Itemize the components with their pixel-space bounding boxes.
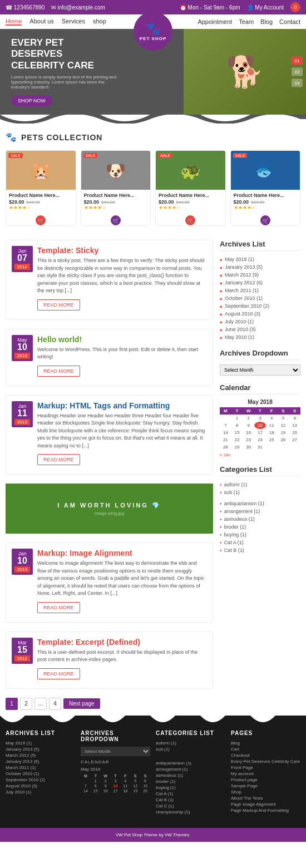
footer-archive-7[interactable]: September 2010 (2) (6, 777, 75, 782)
cal-cell: 2 (243, 415, 254, 422)
add-cart-button-2[interactable]: 🛒 (111, 215, 121, 225)
footer-cat-6[interactable]: broder (1) (156, 779, 225, 784)
footer-page-front[interactable]: Front Page (231, 765, 300, 770)
hero-title: EVERY PET DESERVES CELEBRITY CARE (11, 37, 117, 71)
archive-item-11[interactable]: May 2010 (1) (220, 333, 300, 341)
footer-archive-3[interactable]: March 2012 (5) (6, 753, 75, 758)
page-2-button[interactable]: 2 (20, 698, 32, 710)
product-card-3: SALE 🐢 Product Name Here... $20.00 $44.0… (155, 150, 226, 226)
nav-about[interactable]: About us (29, 18, 53, 26)
nav-team[interactable]: Team (239, 18, 254, 25)
footer-cat-7[interactable]: buying (1) (156, 785, 225, 790)
archive-item-5[interactable]: March 2011 (1) (220, 287, 300, 294)
green-banner: I AM WORTH LOVING 💎 image.wing.jpg (6, 484, 213, 534)
nav-shop[interactable]: shop (93, 18, 106, 26)
footer-page-sample[interactable]: Sample Page (231, 783, 300, 788)
add-cart-button-1[interactable]: 🛒 (36, 215, 46, 225)
page-1-button[interactable]: 1 (6, 698, 18, 710)
post-5-excerpt: This is a user-defined post excerpt. It … (37, 649, 207, 664)
footer-cat-11[interactable]: championship (1) (156, 810, 225, 815)
footer-archive-2[interactable]: January 2013 (5) (6, 747, 75, 752)
cat-item-6[interactable]: broder (1) (220, 523, 300, 531)
footer-page-markup[interactable]: Page Markup And Formatting (231, 808, 300, 813)
footer-page-cart[interactable]: Cart (231, 747, 300, 752)
archive-item-10[interactable]: June 2010 (3) (220, 326, 300, 333)
footer-archive-6[interactable]: October 2010 (1) (6, 771, 75, 776)
footer-archive-1[interactable]: May 2018 (1) (6, 741, 75, 746)
fcal-h-t2: T (111, 773, 121, 778)
footer-cat-4[interactable]: arrangement (1) (156, 767, 225, 772)
nav-home[interactable]: Home (6, 18, 22, 26)
archive-item-1[interactable]: May 2018 (1) (220, 255, 300, 263)
cat-item-3[interactable]: antiquarianism (1) (220, 500, 300, 507)
post-1-content: Template: Sticky This is a sticky post. … (37, 246, 207, 310)
cat-item-5[interactable]: asmodeus (1) (220, 515, 300, 523)
product-name-4: Product Name Here... (234, 193, 298, 198)
nav-contact[interactable]: Contact (279, 18, 300, 25)
footer-dropdown-select[interactable]: Select Month (81, 747, 150, 756)
footer-cat-2[interactable]: sub (1) (156, 747, 225, 752)
post-2-read-more[interactable]: READ MORE (37, 366, 80, 377)
shop-now-button[interactable]: SHOP NOW (11, 95, 52, 106)
footer-page-celebrity[interactable]: Every Pet Deserves Celebrity Care (231, 759, 300, 764)
sidebar-dropdown-title: Archives Dropdown (220, 349, 300, 360)
product-prices-1: $20.00 $44.00 (9, 199, 73, 205)
footer-cat-3[interactable]: antiquarianism (1) (156, 761, 225, 766)
add-cart-button-3[interactable]: 🛒 (185, 215, 195, 225)
slide-3[interactable]: 03 (292, 79, 303, 87)
footer-page-shop[interactable]: Shop (231, 790, 300, 795)
footer-cat-8[interactable]: Cat A (1) (156, 791, 225, 796)
slide-1[interactable]: 01 (292, 57, 303, 65)
footer-page-account[interactable]: My account (231, 771, 300, 776)
archive-item-6[interactable]: October 2010 (1) (220, 294, 300, 302)
archive-item-7[interactable]: September 2010 (2) (220, 302, 300, 310)
post-3-read-more[interactable]: READ MORE (37, 454, 80, 465)
footer-archive-9[interactable]: July 2010 (1) (6, 790, 75, 795)
fcal-cell (81, 778, 91, 783)
post-2-meta: May 10 2018 Hello world! Welcome to Word… (12, 335, 207, 377)
footer-page-tests[interactable]: About The Tests (231, 796, 300, 801)
footer-cat-9[interactable]: Cat B (1) (156, 797, 225, 802)
cat-item-4[interactable]: arrangement (1) (220, 507, 300, 515)
logo[interactable]: 🐾 PET SHOP (134, 12, 172, 51)
footer-archive-4[interactable]: January 2012 (6) (6, 759, 75, 764)
footer-page-image[interactable]: Page Image Alignment (231, 802, 300, 807)
cat-item-1[interactable]: aoform (1) (220, 481, 300, 489)
nav-services[interactable]: Services (62, 18, 85, 26)
slide-2[interactable]: 02 (292, 68, 303, 76)
fcal-cell: 17 (111, 788, 121, 793)
footer-cat-10[interactable]: Cat C (1) (156, 803, 225, 808)
footer-dropdown-cal-col: ARCHIVES DROPDOWN Select Month CALENDAR … (81, 730, 150, 816)
page-4-button[interactable]: 4 (49, 698, 61, 710)
nav-appointment[interactable]: Appointment (198, 18, 232, 25)
cat-item-9[interactable]: Cat B (1) (220, 546, 300, 554)
footer-archive-8[interactable]: August 2010 (3) (6, 783, 75, 788)
footer-cat-1[interactable]: aoform (1) (156, 741, 225, 746)
add-cart-button-4[interactable]: 🛒 (260, 215, 270, 225)
archive-item-3[interactable]: March 2012 (9) (220, 271, 300, 279)
archive-item-8[interactable]: August 2010 (3) (220, 310, 300, 318)
nav-blog[interactable]: Blog (260, 18, 273, 25)
cart-icon[interactable]: 0 (290, 2, 300, 12)
archive-item-2[interactable]: January 2013 (5) (220, 263, 300, 271)
next-page-button[interactable]: Next page (63, 698, 100, 709)
cat-item-8[interactable]: Cat A (1) (220, 539, 300, 546)
cal-prev[interactable]: « Jan (220, 452, 231, 457)
footer-page-product[interactable]: Product page (231, 777, 300, 782)
archives-dropdown-select[interactable]: Select Month (220, 364, 300, 376)
my-account[interactable]: 👤 My Account (247, 4, 284, 11)
post-1-meta: Jan 07 2012 Template: Sticky This is a s… (12, 246, 207, 310)
footer-archive-5[interactable]: March 2011 (1) (6, 765, 75, 770)
cat-item-2[interactable]: sub (1) (220, 489, 300, 496)
post-4-read-more[interactable]: READ MORE (37, 602, 80, 613)
footer-cat-5[interactable]: asmodeus (1) (156, 773, 225, 778)
post-5-read-more[interactable]: READ MORE (37, 668, 80, 679)
footer-page-blog[interactable]: Blog (231, 741, 300, 746)
footer-page-checkout[interactable]: Checkout (231, 753, 300, 758)
archive-item-4[interactable]: January 2012 (6) (220, 279, 300, 287)
post-1-read-more[interactable]: READ MORE (37, 299, 80, 310)
archive-item-9[interactable]: July 2010 (1) (220, 318, 300, 326)
hours: ⏰ Mon - Sat 9am - 6pm (180, 4, 240, 11)
cat-item-7[interactable]: buying (1) (220, 531, 300, 539)
page-ellipsis-button[interactable]: ... (34, 698, 47, 710)
